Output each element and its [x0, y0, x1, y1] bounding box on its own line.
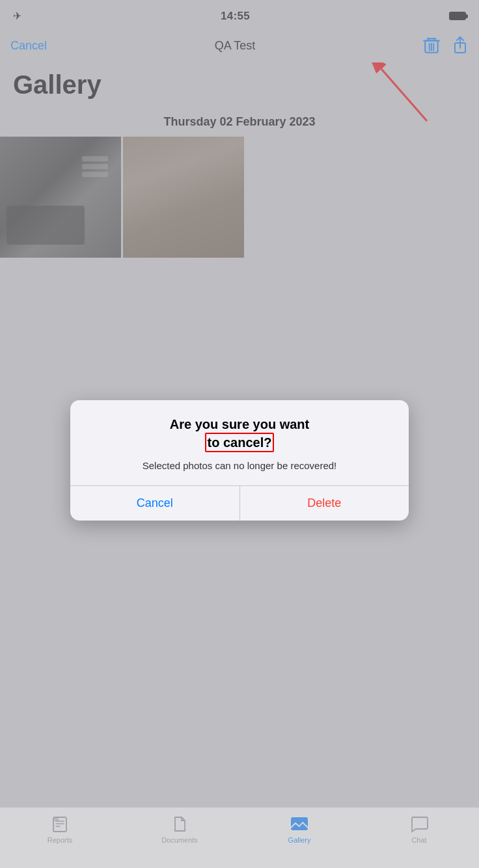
- confirmation-modal: Are you sure you want to cancel? Selecte…: [70, 400, 409, 521]
- modal-title: Are you sure you want to cancel?: [90, 416, 389, 452]
- modal-title-line1: Are you sure you want: [170, 417, 310, 431]
- modal-message: Selected photos can no longer be recover…: [90, 459, 389, 472]
- modal-overlay: Are you sure you want to cancel? Selecte…: [0, 0, 479, 868]
- modal-title-line2-highlighted: to cancel?: [205, 433, 275, 452]
- modal-cancel-button[interactable]: Cancel: [70, 486, 240, 521]
- modal-actions: Cancel Delete: [70, 486, 409, 521]
- modal-body: Are you sure you want to cancel? Selecte…: [70, 400, 409, 485]
- modal-delete-button[interactable]: Delete: [240, 486, 409, 521]
